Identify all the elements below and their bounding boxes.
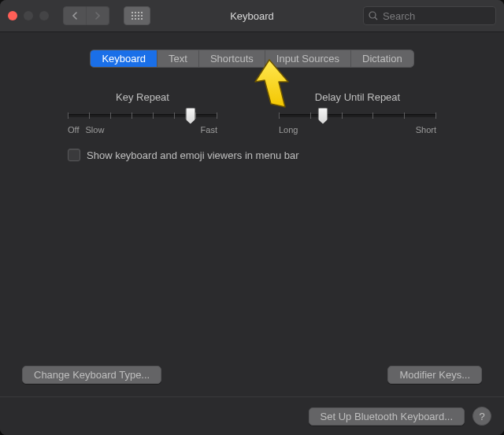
grid-icon <box>132 12 143 20</box>
pane-body: Keyboard Text Shortcuts Input Sources Di… <box>0 32 504 396</box>
delay-knob[interactable] <box>318 108 328 124</box>
chevron-left-icon <box>72 12 78 20</box>
delay-label: Delay Until Repeat <box>315 91 400 103</box>
key-repeat-fast-label: Fast <box>201 125 217 135</box>
modifier-keys-button[interactable]: Modifier Keys... <box>387 366 482 384</box>
nav-buttons <box>63 6 109 25</box>
titlebar: Keyboard Search <box>0 0 504 32</box>
chevron-right-icon <box>94 12 101 20</box>
tab-text[interactable]: Text <box>158 50 199 67</box>
keyboard-prefs-window: Keyboard Search Keyboard Text Shortcuts … <box>0 0 504 435</box>
show-viewers-label: Show keyboard and emoji viewers in menu … <box>87 149 299 161</box>
change-keyboard-type-button[interactable]: Change Keyboard Type... <box>22 366 161 384</box>
window-controls <box>8 11 49 20</box>
show-all-button[interactable] <box>124 6 150 25</box>
key-repeat-slow-label: Slow <box>85 125 104 135</box>
delay-limits: Long Short <box>279 125 436 135</box>
key-repeat-group: Key Repeat Off Slow Fast <box>68 91 217 135</box>
bluetooth-keyboard-button[interactable]: Set Up Bluetooth Keyboard... <box>309 407 465 426</box>
delay-group: Delay Until Repeat Long Short <box>279 91 436 135</box>
svg-line-1 <box>375 17 377 20</box>
show-viewers-row: Show keyboard and emoji viewers in menu … <box>68 149 482 161</box>
key-repeat-knob[interactable] <box>185 108 195 124</box>
tab-shortcuts[interactable]: Shortcuts <box>199 50 265 67</box>
svg-point-0 <box>369 12 376 18</box>
footer: Set Up Bluetooth Keyboard... ? <box>0 396 504 435</box>
sliders-row: Key Repeat Off Slow Fast Delay Until Re <box>68 91 436 135</box>
delay-long-label: Long <box>279 125 298 135</box>
show-viewers-checkbox[interactable] <box>68 149 80 161</box>
back-button[interactable] <box>63 6 87 25</box>
zoom-window-button[interactable] <box>39 11 49 20</box>
help-button[interactable]: ? <box>472 407 491 426</box>
help-icon: ? <box>479 411 484 422</box>
key-repeat-label: Key Repeat <box>116 91 169 103</box>
minimize-window-button[interactable] <box>24 11 33 20</box>
search-placeholder: Search <box>383 10 415 22</box>
window-title: Keyboard <box>230 10 274 22</box>
tab-keyboard[interactable]: Keyboard <box>91 50 158 67</box>
forward-button[interactable] <box>87 6 109 25</box>
delay-short-label: Short <box>416 125 436 135</box>
delay-ticks <box>279 112 436 119</box>
delay-slider[interactable] <box>279 114 436 117</box>
tab-bar: Keyboard Text Shortcuts Input Sources Di… <box>90 50 413 68</box>
key-repeat-slider[interactable] <box>68 114 217 117</box>
bottom-row: Change Keyboard Type... Modifier Keys... <box>22 366 482 384</box>
close-window-button[interactable] <box>8 11 17 20</box>
tab-input-sources[interactable]: Input Sources <box>265 50 351 67</box>
key-repeat-limits: Off Slow Fast <box>68 125 217 135</box>
search-field[interactable]: Search <box>363 6 496 25</box>
tab-dictation[interactable]: Dictation <box>351 50 413 67</box>
key-repeat-off-label: Off <box>68 125 79 135</box>
search-icon <box>369 11 378 20</box>
